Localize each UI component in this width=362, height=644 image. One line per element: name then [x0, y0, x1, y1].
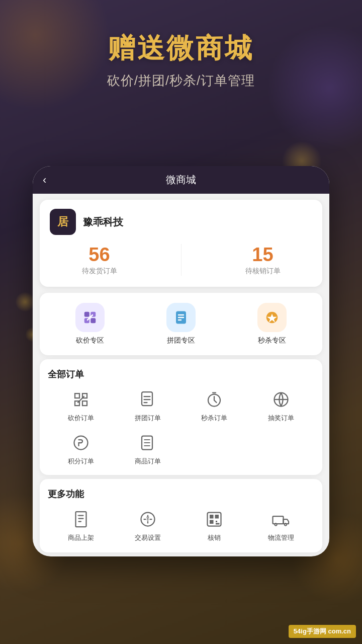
- trade-settings-icon: ¥: [137, 508, 159, 530]
- svg-rect-34: [216, 523, 220, 525]
- feature-kandai[interactable]: 砍价专区: [75, 303, 105, 345]
- pintuan-label: 拼团专区: [167, 336, 195, 345]
- svg-rect-8: [178, 319, 182, 321]
- kandai-icon-circle: [75, 303, 105, 332]
- logistics-icon: [270, 508, 292, 530]
- stat-pending-verify: 15 待核销订单: [245, 244, 281, 276]
- order-pintuan[interactable]: 拼团订单: [115, 388, 182, 423]
- more-section-title: 更多功能: [48, 488, 314, 500]
- more-grid: 商品上架 ¥ 交易设置: [48, 508, 314, 542]
- pending-verify-label: 待核销订单: [245, 267, 281, 276]
- watermark: 54ig手游网 com.cn: [289, 625, 356, 638]
- pending-delivery-label: 待发货订单: [82, 267, 117, 276]
- verify-icon: [203, 508, 225, 530]
- orders-section: 全部订单 砍价订单: [40, 359, 322, 475]
- more-product-listing[interactable]: 商品上架: [48, 508, 115, 542]
- pintuan-icon: [173, 310, 189, 325]
- trade-settings-label: 交易设置: [135, 533, 161, 542]
- order-points-icon: [70, 432, 92, 454]
- order-lottery-label: 抽奖订单: [268, 414, 294, 423]
- order-pintuan-icon: [137, 388, 159, 411]
- order-kandai-label: 砍价订单: [68, 414, 94, 423]
- order-seckill[interactable]: 秒杀订单: [181, 388, 248, 423]
- svg-rect-30: [210, 515, 214, 519]
- orders-section-title: 全部订单: [48, 368, 314, 380]
- svg-text:¥: ¥: [146, 516, 149, 522]
- seckill-icon: [264, 310, 280, 325]
- back-button[interactable]: ‹: [43, 174, 46, 187]
- svg-point-26: [78, 515, 79, 516]
- order-kandai-icon: [70, 388, 92, 411]
- header-subtitle: 砍价/拼团/秒杀/订单管理: [20, 72, 342, 90]
- order-pintuan-label: 拼团订单: [135, 414, 161, 423]
- svg-rect-33: [216, 521, 217, 522]
- more-section: 更多功能 商品上架 ¥: [40, 479, 322, 552]
- svg-point-36: [275, 523, 277, 526]
- store-header: 居 豫乖科技: [50, 209, 312, 235]
- seckill-icon-circle: [257, 303, 287, 332]
- pintuan-icon-circle: [166, 303, 196, 332]
- seckill-label: 秒杀专区: [258, 336, 286, 345]
- stat-pending-delivery: 56 待发货订单: [82, 244, 117, 276]
- svg-rect-12: [142, 392, 152, 406]
- svg-rect-6: [178, 314, 185, 316]
- svg-point-37: [285, 523, 287, 526]
- pending-verify-count: 15: [245, 244, 281, 266]
- header-section: 赠送微商城 砍价/拼团/秒杀/订单管理: [0, 0, 362, 105]
- logistics-label: 物流管理: [268, 533, 294, 542]
- bg-decoration-6: [15, 292, 35, 312]
- order-kandai[interactable]: 砍价订单: [48, 388, 115, 423]
- store-name: 豫乖科技: [83, 215, 123, 229]
- kandai-icon: [82, 310, 98, 325]
- product-listing-icon: [70, 508, 92, 530]
- kandai-label: 砍价专区: [76, 336, 104, 345]
- header-title: 赠送微商城: [20, 30, 342, 67]
- svg-rect-3: [91, 318, 96, 323]
- stat-divider: [181, 244, 182, 276]
- store-stats: 56 待发货订单 15 待核销订单: [50, 244, 312, 276]
- store-card: 居 豫乖科技 56 待发货订单 15 待核销订单: [40, 200, 322, 287]
- feature-pintuan[interactable]: 拼团专区: [166, 303, 196, 345]
- svg-rect-32: [210, 520, 214, 524]
- order-seckill-label: 秒杀订单: [201, 414, 227, 423]
- orders-grid: 砍价订单 拼团订单: [48, 388, 314, 466]
- more-logistics[interactable]: 物流管理: [248, 508, 315, 542]
- more-trade-settings[interactable]: ¥ 交易设置: [115, 508, 182, 542]
- feature-seckill[interactable]: 秒杀专区: [257, 303, 287, 345]
- svg-rect-7: [178, 317, 185, 318]
- product-listing-label: 商品上架: [68, 533, 94, 542]
- more-verify[interactable]: 核销: [181, 508, 248, 542]
- pending-delivery-count: 56: [82, 244, 117, 266]
- order-goods[interactable]: 商品订单: [115, 432, 182, 466]
- svg-rect-35: [273, 516, 283, 524]
- feature-section: 砍价专区 拼团专区 秒杀专区: [40, 293, 322, 355]
- order-lottery-icon: [270, 388, 292, 411]
- order-goods-icon: [137, 432, 159, 454]
- order-seckill-icon: [203, 388, 225, 411]
- svg-rect-0: [84, 312, 89, 317]
- store-avatar: 居: [50, 209, 76, 235]
- verify-label: 核销: [208, 533, 221, 542]
- order-points-label: 积分订单: [68, 457, 94, 466]
- order-lottery[interactable]: 抽奖订单: [248, 388, 315, 423]
- order-points[interactable]: 积分订单: [48, 432, 115, 466]
- svg-rect-31: [215, 515, 219, 519]
- phone-topbar: ‹ 微商城: [33, 166, 329, 194]
- phone-screen-title: 微商城: [166, 173, 196, 187]
- svg-line-11: [78, 396, 84, 403]
- order-goods-label: 商品订单: [135, 457, 161, 466]
- phone-mockup: ‹ 微商城 居 豫乖科技 56 待发货订单 15 待核销订单: [33, 166, 329, 556]
